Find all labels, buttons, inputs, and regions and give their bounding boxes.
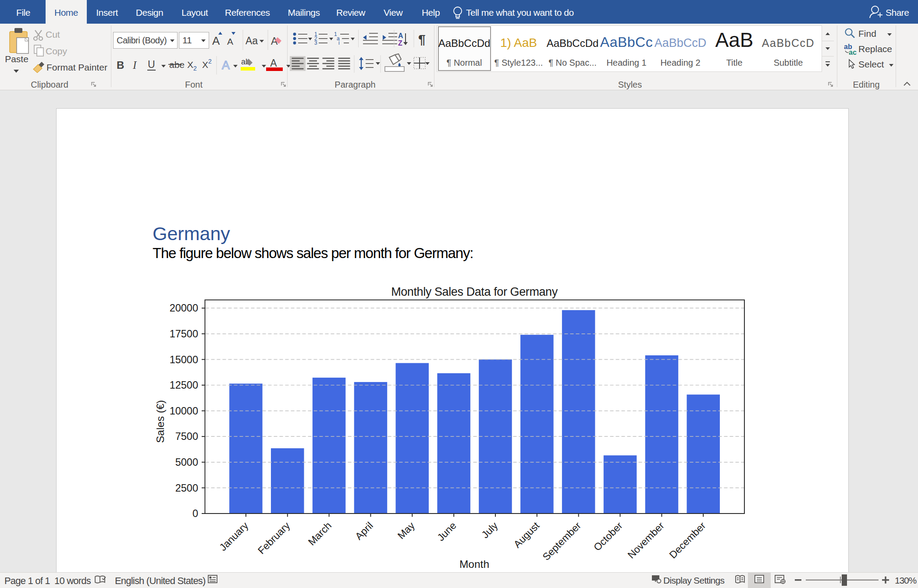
svg-text:Month: Month <box>459 558 489 570</box>
svg-text:Clipboard: Clipboard <box>31 80 68 89</box>
svg-text:AaBbCcDd: AaBbCcDd <box>438 37 491 49</box>
svg-text:2: 2 <box>193 65 197 72</box>
svg-text:AaBbCcD: AaBbCcD <box>655 36 707 50</box>
svg-text:Z: Z <box>398 39 402 47</box>
svg-text:October: October <box>591 520 625 553</box>
svg-text:¶ No Spac...: ¶ No Spac... <box>548 58 597 67</box>
svg-text:¶ Normal: ¶ Normal <box>447 58 482 67</box>
svg-text:Paste: Paste <box>5 54 28 64</box>
svg-text:15000: 15000 <box>170 354 198 365</box>
svg-text:12500: 12500 <box>170 379 198 391</box>
svg-text:August: August <box>511 520 541 550</box>
svg-text:ac: ac <box>849 49 857 56</box>
svg-text:May: May <box>395 520 417 541</box>
svg-text:X: X <box>202 60 208 70</box>
svg-text:3: 3 <box>314 40 317 46</box>
svg-text:X: X <box>187 60 193 70</box>
svg-text:Font: Font <box>185 80 203 89</box>
svg-text:Styles: Styles <box>618 80 642 89</box>
svg-text:¶: ¶ <box>418 32 426 46</box>
svg-text:Editing: Editing <box>853 80 879 89</box>
svg-text:2: 2 <box>208 58 212 65</box>
svg-text:A: A <box>398 32 403 39</box>
svg-text:7500: 7500 <box>175 431 198 442</box>
svg-text:Replace: Replace <box>858 44 892 54</box>
svg-text:Heading 2: Heading 2 <box>660 58 700 67</box>
svg-text:20000: 20000 <box>170 302 198 314</box>
svg-text:10000: 10000 <box>170 405 198 417</box>
svg-text:June: June <box>435 520 459 543</box>
svg-text:U: U <box>148 59 155 70</box>
svg-text:2500: 2500 <box>175 482 198 494</box>
svg-text:5000: 5000 <box>175 457 198 468</box>
svg-text:Aa: Aa <box>246 35 258 46</box>
svg-text:0: 0 <box>192 508 198 519</box>
svg-text:July: July <box>479 520 500 541</box>
svg-text:i: i <box>338 40 340 46</box>
svg-text:Cut: Cut <box>46 29 60 39</box>
svg-text:November: November <box>626 520 667 561</box>
svg-text:Select: Select <box>858 59 884 69</box>
svg-text:Paragraph: Paragraph <box>334 80 375 89</box>
svg-text:Find: Find <box>858 28 876 39</box>
svg-text:April: April <box>353 520 375 542</box>
svg-text:B: B <box>117 59 124 71</box>
svg-text:A: A <box>222 59 230 72</box>
svg-text:AaBbCcD: AaBbCcD <box>762 37 815 49</box>
svg-text:Heading 1: Heading 1 <box>606 58 646 67</box>
svg-text:January: January <box>217 520 251 553</box>
svg-text:¶ Style123...: ¶ Style123... <box>495 58 543 67</box>
svg-text:Title: Title <box>726 58 742 67</box>
svg-text:Monthly Sales Data for Germany: Monthly Sales Data for Germany <box>391 285 558 298</box>
svg-text:1) AaB: 1) AaB <box>500 36 537 50</box>
svg-text:Sales (€): Sales (€) <box>154 400 166 443</box>
svg-text:March: March <box>306 520 334 548</box>
svg-text:11: 11 <box>182 35 192 45</box>
svg-text:February: February <box>256 520 292 556</box>
svg-text:AaBbCcDd: AaBbCcDd <box>547 37 599 49</box>
svg-text:I: I <box>132 59 137 71</box>
svg-text:AaB: AaB <box>715 28 754 51</box>
svg-text:AaBbCc: AaBbCc <box>600 34 653 50</box>
svg-text:A: A <box>212 34 220 47</box>
svg-text:17500: 17500 <box>170 328 198 340</box>
svg-text:December: December <box>667 520 708 561</box>
svg-text:A: A <box>270 57 277 69</box>
svg-text:Subtitle: Subtitle <box>774 58 803 67</box>
svg-text:Copy: Copy <box>46 46 68 56</box>
svg-text:Format Painter: Format Painter <box>46 62 107 72</box>
svg-text:A: A <box>227 36 233 46</box>
svg-text:Calibri (Body): Calibri (Body) <box>117 35 167 45</box>
svg-text:September: September <box>540 520 583 563</box>
